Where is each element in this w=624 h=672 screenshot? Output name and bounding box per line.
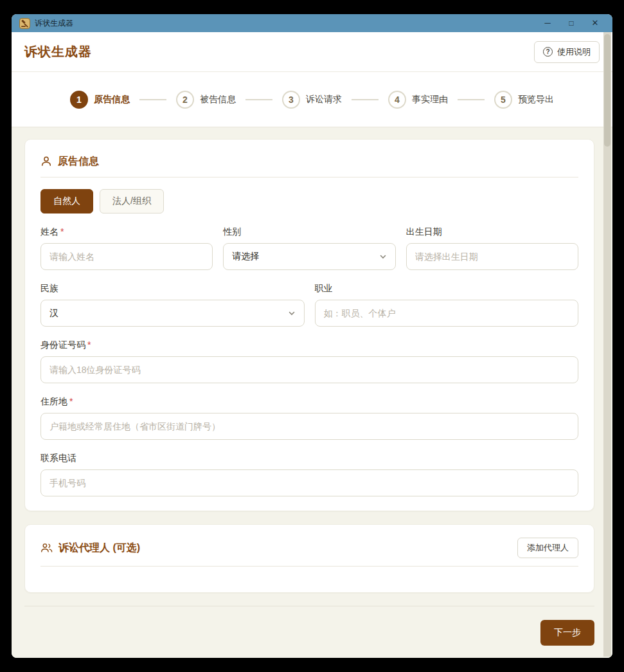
divider bbox=[40, 566, 578, 567]
phone-input[interactable] bbox=[40, 469, 578, 496]
id-number-label: 身份证号码* bbox=[40, 340, 578, 351]
app-window: 诉状生成器 ─ □ ✕ 诉状生成器 ? 使用说明 1 原告信息 2 被告信息 3… bbox=[12, 14, 612, 658]
occupation-label: 职业 bbox=[315, 283, 579, 295]
chevron-down-icon bbox=[379, 253, 387, 260]
phone-label: 联系电话 bbox=[40, 453, 578, 464]
form-row: 姓名* 性别 请选择 出生日期 bbox=[40, 226, 578, 270]
step-number-badge: 2 bbox=[176, 91, 194, 109]
app-icon bbox=[19, 18, 30, 29]
required-asterisk: * bbox=[87, 340, 91, 350]
question-circle-icon: ? bbox=[543, 47, 553, 57]
help-button-label: 使用说明 bbox=[557, 46, 591, 58]
people-icon bbox=[40, 542, 53, 554]
step-label: 被告信息 bbox=[200, 94, 236, 105]
address-input[interactable] bbox=[40, 413, 578, 440]
ethnicity-field-group: 民族 汉 bbox=[40, 283, 305, 327]
wizard-footer: 下一步 bbox=[24, 606, 594, 646]
step-label: 原告信息 bbox=[94, 94, 130, 105]
gender-select[interactable]: 请选择 bbox=[223, 243, 395, 270]
birth-date-input[interactable] bbox=[406, 243, 578, 270]
page-title: 诉状生成器 bbox=[24, 43, 92, 60]
window-titlebar[interactable]: 诉状生成器 ─ □ ✕ bbox=[12, 14, 612, 32]
close-icon[interactable]: ✕ bbox=[585, 14, 605, 32]
step-connector bbox=[139, 99, 166, 100]
form-row: 住所地* bbox=[40, 396, 578, 440]
name-input[interactable] bbox=[40, 243, 213, 270]
step-defendant-info[interactable]: 2 被告信息 bbox=[176, 91, 236, 109]
chevron-down-icon bbox=[288, 309, 296, 317]
form-row: 民族 汉 职业 bbox=[40, 283, 578, 327]
agent-section-header: 诉讼代理人 (可选) 添加代理人 bbox=[40, 538, 578, 558]
occupation-input[interactable] bbox=[315, 300, 579, 327]
gender-select-value: 请选择 bbox=[232, 251, 259, 262]
name-field-group: 姓名* bbox=[40, 226, 213, 270]
required-asterisk: * bbox=[69, 396, 73, 406]
wizard-stepper: 1 原告信息 2 被告信息 3 诉讼请求 4 事实理由 5 预览导出 bbox=[12, 72, 612, 127]
minimize-icon[interactable]: ─ bbox=[538, 14, 557, 32]
gender-field-group: 性别 请选择 bbox=[223, 226, 395, 270]
tab-natural-person[interactable]: 自然人 bbox=[40, 189, 93, 213]
step-label: 预览导出 bbox=[518, 94, 554, 105]
next-step-button[interactable]: 下一步 bbox=[540, 620, 594, 646]
main-content: 原告信息 自然人 法人/组织 姓名* 性别 请选择 bbox=[12, 127, 612, 658]
plaintiff-section-header: 原告信息 bbox=[40, 154, 578, 169]
plaintiff-info-card: 原告信息 自然人 法人/组织 姓名* 性别 请选择 bbox=[24, 139, 594, 511]
person-icon bbox=[40, 156, 52, 167]
window-title: 诉状生成器 bbox=[35, 18, 73, 29]
step-number-badge: 4 bbox=[388, 91, 406, 109]
maximize-icon[interactable]: □ bbox=[562, 14, 581, 32]
scrollbar-thumb[interactable] bbox=[604, 34, 611, 147]
form-row: 联系电话 bbox=[40, 453, 578, 496]
address-label: 住所地* bbox=[40, 396, 578, 408]
birth-date-field-group: 出生日期 bbox=[406, 226, 578, 270]
step-connector bbox=[352, 99, 379, 100]
step-plaintiff-info[interactable]: 1 原告信息 bbox=[70, 91, 130, 109]
ethnicity-select[interactable]: 汉 bbox=[40, 300, 305, 327]
ethnicity-label: 民族 bbox=[40, 283, 305, 295]
step-preview-export[interactable]: 5 预览导出 bbox=[494, 91, 554, 109]
agent-card: 诉讼代理人 (可选) 添加代理人 bbox=[24, 524, 594, 593]
gender-label: 性别 bbox=[223, 226, 395, 238]
app-header: 诉状生成器 ? 使用说明 bbox=[12, 32, 612, 72]
id-number-input[interactable] bbox=[40, 356, 578, 383]
step-facts-reasons[interactable]: 4 事实理由 bbox=[388, 91, 448, 109]
step-number-badge: 5 bbox=[494, 91, 512, 109]
scrollbar[interactable] bbox=[603, 32, 611, 657]
help-button[interactable]: ? 使用说明 bbox=[534, 41, 600, 63]
required-asterisk: * bbox=[60, 226, 64, 237]
step-label: 诉讼请求 bbox=[306, 94, 342, 105]
plaintiff-section-title: 原告信息 bbox=[58, 155, 99, 168]
divider bbox=[40, 177, 578, 177]
add-agent-button[interactable]: 添加代理人 bbox=[517, 538, 578, 558]
step-connector bbox=[245, 99, 272, 100]
occupation-field-group: 职业 bbox=[315, 283, 579, 327]
ethnicity-select-value: 汉 bbox=[49, 307, 58, 319]
step-claims[interactable]: 3 诉讼请求 bbox=[282, 91, 342, 109]
agent-section-title: 诉讼代理人 (可选) bbox=[58, 541, 140, 555]
agent-title-group: 诉讼代理人 (可选) bbox=[40, 541, 140, 555]
step-label: 事实理由 bbox=[412, 94, 448, 105]
step-number-badge: 1 bbox=[70, 91, 88, 109]
birth-date-label: 出生日期 bbox=[406, 226, 578, 238]
step-connector bbox=[458, 99, 485, 100]
name-label: 姓名* bbox=[40, 226, 213, 238]
form-row: 身份证号码* bbox=[40, 340, 578, 383]
step-number-badge: 3 bbox=[282, 91, 300, 109]
party-type-tabs: 自然人 法人/组织 bbox=[40, 189, 578, 213]
tab-legal-entity[interactable]: 法人/组织 bbox=[100, 189, 164, 213]
